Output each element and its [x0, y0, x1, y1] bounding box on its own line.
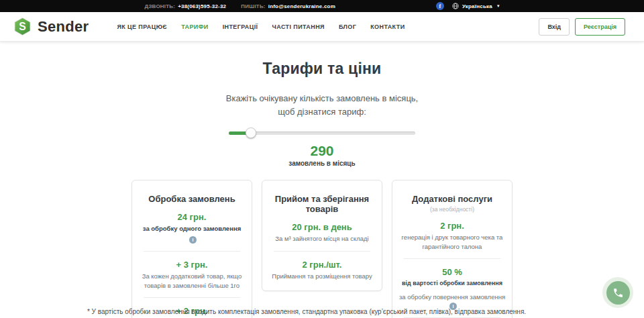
language-selector[interactable]: Українська	[462, 3, 492, 9]
nav-blog[interactable]: БЛОГ	[339, 23, 356, 30]
card-additional-services: Додаткові послуги (за необхідності) 2 гр…	[392, 180, 513, 318]
email-link[interactable]: info@senderukraine.com	[268, 3, 335, 9]
nav-how-it-works[interactable]: ЯК ЦЕ ПРАЦЮЄ	[117, 23, 167, 30]
orders-count-value: 290	[0, 143, 644, 159]
topbar: ДЗВОНІТЬ: +38(063)595-32-32 ПИШІТЬ: info…	[0, 0, 644, 12]
call-widget-button[interactable]	[602, 277, 633, 308]
divider	[274, 251, 370, 252]
price-value: 24 грн.	[138, 212, 246, 222]
card-subtitle: (за необхідності)	[398, 206, 506, 213]
nav-faq[interactable]: ЧАСТІ ПИТАННЯ	[272, 23, 325, 30]
price-value: 50 %	[398, 267, 506, 277]
slider-track[interactable]	[229, 131, 415, 135]
price-desc-text: за обробку повернення замовлення	[399, 293, 505, 301]
pricing-cards: Обробка замовлень 24 грн. за обробку одн…	[0, 180, 644, 318]
page-title: Тарифи та ціни	[0, 60, 644, 78]
login-button[interactable]: Вхід	[539, 18, 570, 36]
slider-prompt: Вкажіть очікувану кількість замовлень в …	[0, 92, 644, 119]
price-value: 2 грн./шт.	[268, 260, 376, 270]
card-order-processing: Обробка замовлень 24 грн. за обробку одн…	[131, 180, 252, 318]
card-title: Обробка замовлень	[138, 194, 246, 204]
slider-prompt-line2: щоб дізнатися тариф:	[0, 105, 644, 119]
main-header: S Sender ЯК ЦЕ ПРАЦЮЄ ТАРИФИ ІНТЕГРАЦІЇ …	[0, 12, 644, 42]
price-value: 2 грн.	[398, 221, 506, 231]
call-label: ДЗВОНІТЬ:	[144, 3, 175, 9]
phone-link[interactable]: +38(063)595-32-32	[178, 3, 226, 9]
pricing-footnote: * У вартість обробки замовлення входить …	[0, 308, 613, 315]
card-storage: Прийом та зберігання товарів 20 грн. в д…	[262, 180, 382, 291]
price-desc: За кожен додатковий товар, якщо товарів …	[138, 272, 246, 290]
orders-count-unit: замовлень в місяць	[0, 160, 644, 167]
nav-integrations[interactable]: ІНТЕГРАЦІЇ	[223, 23, 258, 30]
sender-logo-icon: S	[13, 17, 32, 36]
facebook-glyph: f	[439, 3, 441, 9]
globe-icon	[452, 3, 459, 9]
divider	[404, 258, 500, 259]
register-button[interactable]: Реєстрація	[575, 18, 625, 36]
price-desc: генерація і друк товарного чека та гаран…	[398, 233, 506, 251]
brand-logo[interactable]: S Sender	[13, 17, 89, 36]
svg-text:S: S	[19, 21, 25, 32]
price-desc-bold: від вартості обробки замовлення	[398, 279, 506, 288]
slider-handle[interactable]	[246, 127, 256, 138]
chevron-down-icon[interactable]: ▾	[497, 3, 500, 9]
main-nav: ЯК ЦЕ ПРАЦЮЄ ТАРИФИ ІНТЕГРАЦІЇ ЧАСТІ ПИТ…	[117, 23, 405, 30]
facebook-icon[interactable]: f	[436, 2, 444, 10]
price-value: 20 грн. в день	[268, 222, 376, 232]
divider	[144, 251, 240, 252]
tariffs-section: Тарифи та ціни Вкажіть очікувану кількіс…	[0, 60, 644, 167]
nav-contacts[interactable]: КОНТАКТИ	[370, 23, 405, 30]
price-desc: за обробку одного замовленняi	[138, 224, 246, 244]
auth-buttons: Вхід Реєстрація	[539, 18, 625, 36]
brand-name: Sender	[38, 18, 89, 36]
divider	[144, 297, 240, 298]
card-title: Додаткові послуги	[398, 194, 506, 204]
card-title: Прийом та зберігання товарів	[268, 194, 376, 214]
price-desc: Приймання та розміщення товару	[268, 272, 376, 280]
info-icon[interactable]: i	[189, 236, 197, 244]
orders-slider[interactable]	[229, 127, 415, 138]
price-value: + 3 грн.	[138, 260, 246, 270]
price-desc-text: за обробку одного замовлення	[143, 225, 241, 232]
slider-prompt-line1: Вкажіть очікувану кількість замовлень в …	[0, 92, 644, 105]
price-desc: За м³ зайнятого місця на складі	[268, 234, 376, 243]
phone-icon	[606, 281, 630, 305]
nav-tariffs[interactable]: ТАРИФИ	[181, 23, 208, 30]
write-label: ПИШІТЬ:	[241, 3, 265, 9]
